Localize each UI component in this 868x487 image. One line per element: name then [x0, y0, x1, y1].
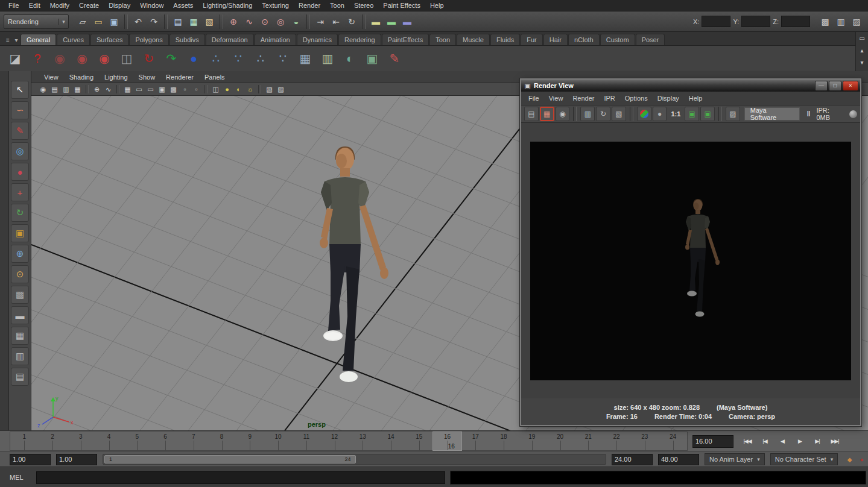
- menu-set-dropdown[interactable]: Rendering: [4, 14, 69, 29]
- script-editor-icon[interactable]: ▥: [834, 14, 848, 29]
- render-current-frame-icon[interactable]: ▬: [369, 14, 383, 29]
- render-view-menu-options[interactable]: Options: [620, 95, 653, 102]
- vp-isolate-select-icon[interactable]: ▧: [264, 84, 275, 95]
- shelf-clapper-icon[interactable]: ◫: [116, 48, 137, 69]
- shelf-tab-custom[interactable]: Custom: [600, 34, 635, 45]
- go-to-end-button[interactable]: ▶▶|: [827, 435, 843, 448]
- move-tool-icon[interactable]: +: [11, 183, 29, 201]
- layout-persp-outliner-icon[interactable]: ▤: [11, 368, 29, 386]
- close-button[interactable]: ×: [843, 81, 858, 91]
- select-by-hierarchy-icon[interactable]: ▤: [171, 14, 185, 29]
- shelf-camera-icon[interactable]: ◉: [49, 48, 70, 69]
- coord-input-x[interactable]: [702, 16, 730, 27]
- coord-input-y[interactable]: [741, 16, 770, 27]
- shelf-tab-ncloth[interactable]: nCloth: [568, 34, 600, 45]
- soft-select-tool-icon[interactable]: ◎: [11, 142, 29, 160]
- shelf-scene-render-icon[interactable]: ◪: [5, 48, 25, 69]
- timeline-frame-24[interactable]: 24: [659, 432, 687, 450]
- rv-snapshot-icon[interactable]: ◉: [556, 107, 570, 121]
- timeline-frame-11[interactable]: 11: [293, 432, 321, 450]
- shelf-blue-sphere-icon[interactable]: ●: [183, 48, 204, 69]
- rv-rgb-channels-icon[interactable]: [637, 107, 651, 121]
- shelf-node-network-3-icon[interactable]: ∴: [250, 48, 271, 69]
- vp-safe-action-icon[interactable]: ▫: [179, 84, 191, 95]
- undo-icon[interactable]: ↶: [131, 14, 145, 29]
- rotate-tool-icon[interactable]: ↻: [11, 204, 29, 222]
- vp-gate-mask-icon[interactable]: ▣: [156, 84, 168, 95]
- timeline-frame-2[interactable]: 2: [39, 432, 67, 450]
- shelf-spheres-icon[interactable]: ◐: [340, 48, 360, 69]
- rv-renderer-dropdown-button[interactable]: Maya Software: [744, 107, 800, 121]
- menu-render[interactable]: Render: [294, 0, 325, 11]
- snap-to-point-icon[interactable]: ⊙: [258, 14, 272, 29]
- rendered-image-canvas[interactable]: [530, 142, 851, 380]
- vp-lights-icon[interactable]: ☼: [244, 84, 256, 95]
- rv-render-progress-ball-icon[interactable]: [849, 110, 857, 118]
- output-connections-icon[interactable]: ⇤: [329, 14, 343, 29]
- character-set-dropdown[interactable]: No Character Set: [770, 453, 838, 465]
- shelf-node-network-4-icon[interactable]: ∵: [273, 48, 293, 69]
- minimize-button[interactable]: —: [815, 81, 828, 91]
- timeline-frame-14[interactable]: 14: [377, 432, 405, 450]
- shelf-tab-fluids[interactable]: Fluids: [490, 34, 520, 45]
- viewport-menu-panels[interactable]: Panels: [199, 74, 230, 81]
- menu-stereo[interactable]: Stereo: [349, 0, 378, 11]
- command-language-button[interactable]: MEL: [10, 474, 36, 481]
- rv-gamma-icon[interactable]: ▣: [700, 107, 715, 121]
- timeline-frame-15[interactable]: 15: [405, 432, 434, 450]
- menu-modify[interactable]: Modify: [45, 0, 74, 11]
- snap-to-view-plane-icon[interactable]: ◎: [273, 14, 288, 29]
- timeline-frame-18[interactable]: 18: [490, 432, 518, 450]
- rv-exposure-icon[interactable]: ▣: [685, 107, 699, 121]
- shelf-tab-painteffects[interactable]: PaintEffects: [382, 34, 429, 45]
- menu-window[interactable]: Window: [135, 0, 168, 11]
- timeline-frame-10[interactable]: 10: [264, 432, 293, 450]
- menu-assets[interactable]: Assets: [168, 0, 198, 11]
- timeline-frame-23[interactable]: 23: [631, 432, 659, 450]
- shelf-swirl-icon[interactable]: ↻: [139, 48, 159, 69]
- layout-single-pane-icon[interactable]: ▬: [11, 306, 29, 324]
- shelf-brush-icon[interactable]: ✎: [384, 48, 405, 69]
- go-to-start-button[interactable]: |◀◀: [740, 435, 755, 448]
- timeline-frame-13[interactable]: 13: [349, 432, 377, 450]
- play-backwards-button[interactable]: ◀: [775, 435, 790, 448]
- timeline-frame-19[interactable]: 19: [518, 432, 546, 450]
- rv-alpha-channel-icon[interactable]: ●: [653, 107, 667, 121]
- make-live-icon[interactable]: ◒: [289, 14, 303, 29]
- playback-start-field[interactable]: [56, 454, 97, 465]
- command-input[interactable]: [36, 471, 445, 484]
- playback-end-field[interactable]: [612, 454, 653, 465]
- timeline-frame-16[interactable]: 1616: [433, 432, 461, 450]
- save-scene-icon[interactable]: ▣: [107, 14, 121, 29]
- vp-resolution-gate-icon[interactable]: ▭: [145, 84, 156, 95]
- menu-edit[interactable]: Edit: [24, 0, 45, 11]
- vp-grid-icon[interactable]: ▦: [122, 84, 133, 95]
- vp-select-camera-icon[interactable]: ◉: [37, 84, 49, 95]
- select-by-object-icon[interactable]: ▦: [186, 14, 201, 29]
- shelf-options-icon[interactable]: ▾: [12, 34, 21, 45]
- current-time-field[interactable]: [692, 435, 733, 448]
- anim-layer-dropdown[interactable]: No Anim Layer: [705, 453, 765, 465]
- shelf-menu-icon[interactable]: ≡: [4, 34, 12, 45]
- timeline-frame-17[interactable]: 17: [461, 432, 490, 450]
- rv-refresh-ipr-icon[interactable]: ↻: [596, 107, 610, 121]
- menu-file[interactable]: File: [4, 0, 24, 11]
- timeline-frame-12[interactable]: 12: [320, 432, 349, 450]
- render-settings-icon[interactable]: ▬: [400, 14, 414, 29]
- rv-pause-ipr-button[interactable]: ‖: [804, 110, 813, 118]
- shelf-arrow-sphere-icon[interactable]: ↷: [161, 48, 182, 69]
- shelf-tab-toon[interactable]: Toon: [429, 34, 456, 45]
- vp-image-plane-icon[interactable]: ▦: [72, 84, 83, 95]
- scale-tool-icon[interactable]: ▣: [11, 224, 29, 242]
- lasso-tool-icon[interactable]: ∽: [11, 101, 29, 119]
- show-manipulators-icon[interactable]: ▩: [818, 14, 832, 29]
- timeline-frame-20[interactable]: 20: [546, 432, 574, 450]
- vp-xray-icon[interactable]: ▨: [275, 84, 287, 95]
- menu-toon[interactable]: Toon: [325, 0, 349, 11]
- shelf-tab-polygons[interactable]: Polygons: [129, 34, 168, 45]
- timeline-ticks[interactable]: 1234567891011121314151616171819202122232…: [10, 432, 688, 451]
- universal-manipulator-tool-icon[interactable]: ⊕: [11, 245, 29, 263]
- shelf-tab-muscle[interactable]: Muscle: [457, 34, 490, 45]
- viewport-menu-show[interactable]: Show: [133, 74, 161, 81]
- paint-select-tool-icon[interactable]: ✎: [11, 122, 29, 140]
